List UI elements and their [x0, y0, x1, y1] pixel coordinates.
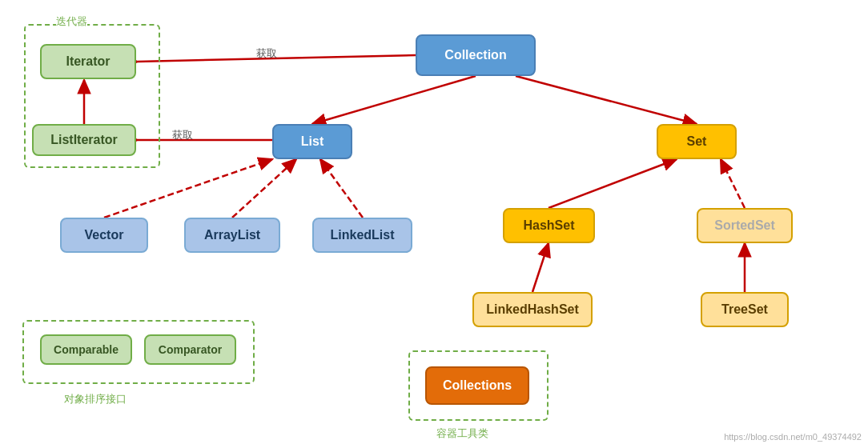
- collection-node: Collection: [416, 34, 536, 76]
- list-node: List: [272, 124, 352, 159]
- svg-line-14: [721, 159, 745, 208]
- watermark: https://blog.csdn.net/m0_49374492: [724, 432, 862, 442]
- svg-line-15: [532, 243, 549, 292]
- arraylist-node: ArrayList: [184, 218, 280, 253]
- linked-hashset-node: LinkedHashSet: [472, 292, 593, 327]
- iterator-node: Iterator: [40, 44, 136, 79]
- sort-interface-label: 对象排序接口: [64, 392, 127, 406]
- svg-line-11: [232, 159, 296, 218]
- vector-node: Vector: [60, 218, 148, 253]
- treeset-node: TreeSet: [701, 292, 789, 327]
- comparable-node: Comparable: [40, 334, 132, 365]
- container-util-label: 容器工具类: [436, 426, 488, 441]
- comparator-node: Comparator: [144, 334, 236, 365]
- hashset-node: HashSet: [503, 208, 595, 243]
- svg-line-13: [549, 159, 677, 208]
- get-label-1: 获取: [256, 46, 277, 61]
- svg-line-7: [312, 76, 476, 124]
- linkedlist-node: LinkedList: [312, 218, 412, 253]
- set-node: Set: [657, 124, 737, 159]
- collections-node: Collections: [425, 366, 529, 405]
- sorted-set-node: SortedSet: [697, 208, 793, 243]
- svg-line-8: [516, 76, 697, 124]
- list-iterator-node: ListIterator: [32, 124, 136, 156]
- iterator-group-label: 迭代器: [56, 14, 87, 29]
- get-label-2: 获取: [172, 128, 193, 142]
- svg-line-12: [320, 159, 363, 218]
